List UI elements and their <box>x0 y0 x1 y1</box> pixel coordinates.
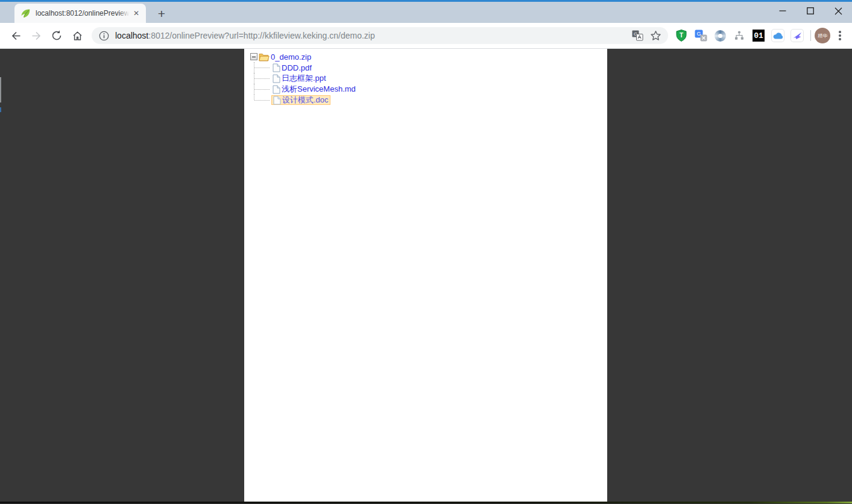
tree-node-file[interactable]: DDD.pdf <box>271 63 313 72</box>
tab-close-icon[interactable]: ✕ <box>131 8 141 18</box>
badge-01-icon[interactable]: 01 <box>751 28 766 43</box>
close-icon[interactable] <box>824 2 852 20</box>
shield-t-icon[interactable]: T <box>674 28 689 43</box>
tree-connector <box>254 95 271 106</box>
tree-node-file[interactable]: 浅析ServiceMesh.md <box>271 84 357 94</box>
cloud-icon[interactable] <box>771 28 785 43</box>
bookmark-star-icon[interactable] <box>649 29 662 42</box>
info-icon[interactable] <box>99 31 109 41</box>
forward-icon <box>28 27 45 44</box>
bottom-edge-artifact <box>0 502 852 503</box>
file-icon <box>273 96 281 105</box>
profile-avatar[interactable]: 精华 <box>815 28 830 43</box>
tree-node-label: 日志框架.ppt <box>282 73 326 84</box>
bird-icon[interactable] <box>790 28 804 43</box>
tree-root-label: 0_demo.zip <box>271 52 311 61</box>
tree-connector <box>254 84 271 95</box>
tree-child-row: 设计模式.doc <box>250 95 607 106</box>
new-tab-button[interactable]: + <box>154 7 169 21</box>
browser-window: localhost:8012/onlinePreview? ✕ + <box>0 0 852 504</box>
file-icon <box>273 63 280 72</box>
tree-node-label: 设计模式.doc <box>282 95 329 106</box>
tree-root-row: 0_demo.zip <box>250 51 607 62</box>
desktop-artifact <box>0 107 1 112</box>
translate-page-icon[interactable]: G <box>631 29 644 42</box>
tree-child-row: DDD.pdf <box>250 62 607 73</box>
swirl-icon[interactable] <box>713 28 727 43</box>
tree-child-row: 日志框架.ppt <box>250 73 607 84</box>
page-content: 0_demo.zip DDD.pdf <box>0 49 852 503</box>
menu-dots-icon[interactable] <box>833 28 847 43</box>
tree-connector <box>254 62 271 73</box>
tree-node-label: DDD.pdf <box>282 63 312 72</box>
browser-toolbar: localhost:8012/onlinePreview?url=http://… <box>0 23 852 49</box>
svg-text:G: G <box>696 31 701 37</box>
sitemap-icon[interactable] <box>732 28 746 43</box>
file-tree: 0_demo.zip DDD.pdf <box>244 49 607 106</box>
browser-tab[interactable]: localhost:8012/onlinePreview? ✕ <box>14 4 146 23</box>
tab-title: localhost:8012/onlinePreview? <box>36 8 131 18</box>
tree-connector <box>254 73 271 84</box>
address-bar[interactable]: localhost:8012/onlinePreview?url=http://… <box>92 27 668 44</box>
tab-strip: localhost:8012/onlinePreview? ✕ + <box>0 2 852 23</box>
spring-leaf-favicon-icon <box>21 8 31 19</box>
home-icon[interactable] <box>69 27 86 44</box>
desktop-artifact <box>0 77 1 102</box>
tree-node-label: 浅析ServiceMesh.md <box>282 84 356 95</box>
toolbar-separator <box>810 30 811 41</box>
back-icon[interactable] <box>7 27 24 44</box>
tree-child-row: 浅析ServiceMesh.md <box>250 84 607 95</box>
url-text[interactable]: localhost:8012/onlinePreview?url=http://… <box>115 31 626 40</box>
maximize-icon[interactable] <box>797 2 824 20</box>
zip-preview-panel: 0_demo.zip DDD.pdf <box>244 49 607 502</box>
tree-node-file[interactable]: 日志框架.ppt <box>271 74 327 83</box>
file-icon <box>273 85 280 94</box>
tree-node-root[interactable]: 0_demo.zip <box>257 52 312 61</box>
file-icon <box>273 74 280 83</box>
window-controls <box>769 2 852 21</box>
extension-area: T G 01 <box>672 28 847 43</box>
tree-node-file-selected[interactable]: 设计模式.doc <box>271 95 330 105</box>
collapse-toggle-icon[interactable] <box>250 53 257 60</box>
svg-text:T: T <box>680 32 683 39</box>
reload-icon[interactable] <box>48 27 65 44</box>
folder-open-icon <box>259 52 270 61</box>
minimize-icon[interactable] <box>769 2 797 20</box>
translate-ext-icon[interactable]: G <box>693 28 708 43</box>
